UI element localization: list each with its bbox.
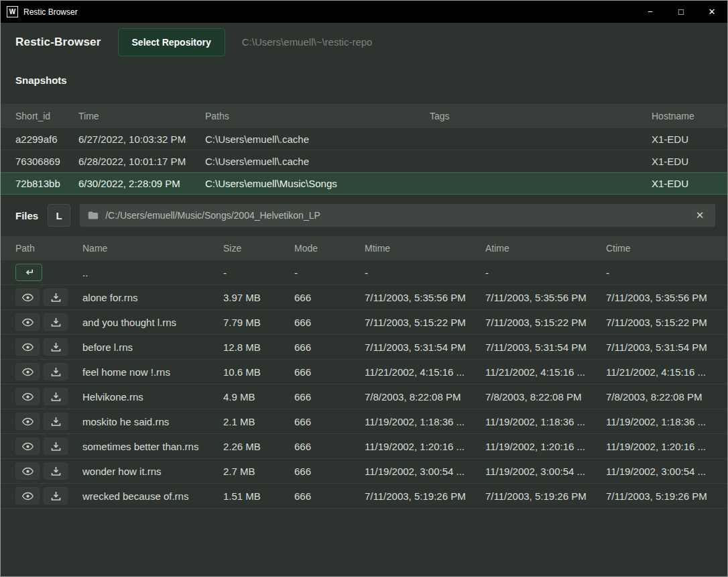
clear-path-button[interactable]: ✕: [692, 208, 707, 223]
eye-icon: [22, 318, 34, 327]
file-cell-atime: 7/11/2003, 5:31:54 PM: [485, 342, 606, 353]
eye-icon: [22, 343, 34, 352]
file-cell-name: alone for.rns: [82, 292, 223, 303]
file-cell-ctime: 7/11/2003, 5:19:26 PM: [606, 490, 713, 502]
maximize-button[interactable]: □: [666, 1, 696, 23]
file-cell-atime: 7/8/2003, 8:22:08 PM: [485, 391, 606, 403]
file-cell-size: -: [223, 267, 294, 278]
files-table-header: Path Name Size Mode Mtime Atime Ctime: [1, 236, 727, 260]
download-file-button[interactable]: [44, 487, 68, 505]
file-cell-name: moskito he said.rns: [82, 416, 223, 427]
file-row[interactable]: before l.rns12.8 MB6667/11/2003, 5:31:54…: [1, 335, 727, 360]
download-file-button[interactable]: [44, 288, 68, 306]
file-row-actions: [15, 288, 82, 306]
file-cell-mtime: 7/11/2003, 5:19:26 PM: [365, 490, 485, 502]
file-cell-ctime: 7/11/2003, 5:15:22 PM: [606, 317, 713, 328]
files-bar: Files L /C:/Users/emuell/Music/Songs/200…: [1, 195, 727, 227]
view-file-button[interactable]: [15, 363, 40, 380]
close-button[interactable]: ✕: [696, 1, 727, 23]
view-file-button[interactable]: [15, 338, 40, 356]
file-cell-mode: 666: [294, 490, 365, 502]
view-file-button[interactable]: [15, 388, 40, 405]
snapshots-col-hostname: Hostname: [652, 111, 713, 121]
eye-icon: [22, 442, 34, 451]
snapshots-table-body: a2299af66/27/2022, 10:03:32 PMC:\Users\e…: [1, 128, 727, 195]
snapshot-cell-short_id: 76306869: [15, 156, 78, 167]
files-path-value: /C:/Users/emuell/Music/Songs/2004_Helvet…: [105, 210, 686, 221]
file-cell-ctime: -: [606, 267, 713, 278]
eye-icon: [22, 368, 34, 376]
file-cell-ctime: 7/11/2003, 5:31:54 PM: [606, 342, 713, 353]
files-title: Files: [15, 210, 38, 221]
file-cell-atime: 11/19/2002, 1:20:16 ...: [485, 441, 606, 452]
snapshot-cell-paths: C:\Users\emuell\.cache: [205, 156, 430, 167]
download-file-button[interactable]: [44, 437, 68, 455]
file-cell-name: wrecked because of.rns: [82, 490, 223, 502]
snapshot-cell-time: 6/28/2022, 10:01:17 PM: [78, 156, 205, 167]
file-cell-atime: 7/11/2003, 5:19:26 PM: [485, 490, 606, 502]
file-cell-size: 4.9 MB: [223, 391, 294, 403]
file-cell-mtime: 11/19/2002, 1:20:16 ...: [365, 441, 485, 452]
file-row[interactable]: sometimes better than.rns2.26 MB66611/19…: [1, 434, 727, 459]
file-row[interactable]: Helvikone.rns4.9 MB6667/8/2003, 8:22:08 …: [1, 384, 727, 409]
file-row-actions: [15, 338, 82, 356]
file-row-actions: [15, 413, 82, 430]
eye-icon: [22, 417, 34, 426]
download-file-button[interactable]: [44, 462, 68, 480]
view-file-button[interactable]: [15, 462, 40, 480]
download-file-button[interactable]: [44, 338, 68, 356]
file-row[interactable]: feel home now !.rns10.6 MB66611/21/2002,…: [1, 360, 727, 384]
file-cell-ctime: 11/21/2002, 4:15:16 ...: [606, 366, 713, 378]
view-file-button[interactable]: [15, 487, 40, 505]
download-icon: [51, 491, 61, 501]
download-icon: [51, 317, 61, 327]
snapshots-table-header: Short_id Time Paths Tags Hostname: [1, 104, 727, 128]
file-cell-size: 10.6 MB: [223, 366, 294, 378]
files-path-bar[interactable]: /C:/Users/emuell/Music/Songs/2004_Helvet…: [80, 204, 715, 227]
file-row-actions: [15, 388, 82, 405]
view-file-button[interactable]: [15, 288, 40, 306]
window-controls: − □ ✕: [635, 1, 727, 23]
file-cell-ctime: 11/19/2002, 3:00:54 ...: [606, 466, 713, 477]
file-cell-name: feel home now !.rns: [82, 366, 223, 378]
snapshots-col-short-id: Short_id: [15, 111, 78, 121]
file-row[interactable]: wrecked because of.rns1.51 MB6667/11/200…: [1, 484, 727, 509]
files-col-mtime: Mtime: [365, 243, 485, 254]
download-file-button[interactable]: [44, 313, 68, 331]
snapshot-row[interactable]: 72b813bb6/30/2022, 2:28:09 PMC:\Users\em…: [1, 172, 727, 195]
file-cell-ctime: 11/19/2002, 1:18:36 ...: [606, 416, 713, 427]
view-file-button[interactable]: [15, 437, 40, 455]
snapshot-row[interactable]: 763068696/28/2022, 10:01:17 PMC:\Users\e…: [1, 150, 727, 172]
file-cell-mode: 666: [294, 317, 365, 328]
repository-path: C:\Users\emuell\~\restic-repo: [242, 36, 373, 48]
eye-icon: [22, 492, 34, 501]
go-up-button[interactable]: [15, 264, 42, 281]
file-row[interactable]: moskito he said.rns2.1 MB66611/19/2002, …: [1, 409, 727, 434]
titlebar: W Restic Browser − □ ✕: [1, 1, 727, 23]
snapshot-row[interactable]: a2299af66/27/2022, 10:03:32 PMC:\Users\e…: [1, 128, 727, 150]
page-title: Restic-Browser: [15, 36, 101, 49]
download-file-button[interactable]: [44, 363, 68, 380]
select-repository-button[interactable]: Select Repository: [119, 29, 225, 56]
download-file-button[interactable]: [44, 388, 68, 405]
download-icon: [51, 293, 61, 302]
file-row[interactable]: and you thought l.rns7.79 MB6667/11/2003…: [1, 310, 727, 335]
file-cell-mtime: -: [365, 267, 485, 278]
file-row[interactable]: wonder how it.rns2.7 MB66611/19/2002, 3:…: [1, 459, 727, 484]
download-file-button[interactable]: [44, 413, 68, 430]
snapshots-title: Snapshots: [15, 74, 713, 86]
files-col-size: Size: [223, 243, 294, 254]
titlebar-left: W Restic Browser: [1, 6, 78, 17]
view-file-button[interactable]: [15, 313, 40, 331]
file-row[interactable]: alone for.rns3.97 MB6667/11/2003, 5:35:5…: [1, 285, 727, 310]
files-parent-row[interactable]: ..-----: [1, 260, 727, 285]
download-icon: [51, 466, 61, 476]
file-cell-mode: -: [294, 267, 365, 278]
file-row-actions: [15, 437, 82, 455]
minimize-button[interactable]: −: [635, 1, 666, 23]
view-file-button[interactable]: [15, 413, 40, 430]
file-row-actions: [15, 462, 82, 480]
go-to-root-button[interactable]: L: [48, 204, 70, 227]
file-cell-mtime: 7/11/2003, 5:35:56 PM: [365, 292, 485, 303]
file-cell-size: 2.7 MB: [223, 466, 294, 477]
